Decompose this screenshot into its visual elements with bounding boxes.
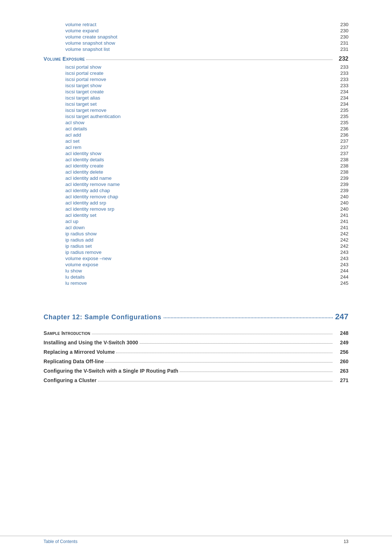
toc-page: 233 (338, 64, 348, 70)
list-item: acl identity delete 238 (65, 169, 348, 175)
toc-dots (116, 210, 336, 211)
toc-dots (98, 105, 336, 106)
list-item: iscsi target authentication 235 (65, 114, 348, 119)
toc-label: volume expose –new (65, 256, 111, 261)
subsection-dots (180, 372, 332, 372)
list-item: acl identity details 238 (65, 157, 348, 162)
toc-dots (103, 155, 336, 155)
toc-page: 244 (338, 268, 348, 274)
subsection-header: Configuring the V-Switch with a Single I… (44, 368, 348, 374)
toc-page: 237 (338, 151, 348, 156)
toc-page: 230 (338, 22, 348, 27)
toc-dots (105, 74, 336, 75)
toc-page: 233 (338, 83, 348, 88)
toc-label: acl rem (65, 145, 81, 150)
list-item: ip radius add 242 (65, 237, 348, 243)
toc-page: 231 (338, 46, 348, 52)
toc-dots (83, 149, 336, 149)
toc-dots (98, 235, 336, 235)
toc-dots (119, 38, 336, 39)
subsection-dots (140, 343, 333, 344)
toc-label: ip radius remove (65, 250, 102, 255)
toc-page: 241 (338, 219, 348, 224)
toc-dots (83, 136, 336, 137)
toc-page: 240 (338, 206, 348, 212)
toc-page: 241 (338, 225, 348, 230)
toc-dots (83, 272, 336, 272)
toc-label: volume snapshot list (65, 46, 110, 52)
toc-dots (86, 229, 336, 229)
list-item: ip radius show 242 (65, 231, 348, 236)
toc-page: 243 (338, 256, 348, 261)
list-item: acl set 237 (65, 138, 348, 144)
list-item: ip radius remove 243 (65, 250, 348, 255)
list-item: lu show 244 (65, 268, 348, 274)
toc-page: 234 (338, 89, 348, 94)
list-item: acl identity show 237 (65, 151, 348, 156)
list-item: acl identity remove name 239 (65, 182, 348, 187)
toc-dots (103, 87, 336, 87)
section-dots (86, 60, 332, 60)
chapter-label: Chapter 12: Sample Configurations (44, 313, 162, 321)
toc-label: acl add (65, 132, 81, 138)
toc-dots (98, 26, 336, 26)
toc-label: iscsi portal remove (65, 77, 106, 82)
toc-label: acl identity remove srp (65, 206, 114, 212)
toc-page: 239 (338, 182, 348, 187)
toc-dots (93, 247, 336, 248)
toc-label: volume expose (65, 262, 98, 267)
toc-label: volume retract (65, 22, 97, 27)
toc-page: 233 (338, 70, 348, 76)
toc-dots (122, 118, 336, 118)
toc-label: acl identity add srp (65, 200, 106, 206)
toc-page: 230 (338, 28, 348, 33)
toc-page: 238 (338, 157, 348, 162)
toc-label: acl identity details (65, 157, 104, 162)
subsection-title: Installing and Using the V-Switch 3000 (44, 340, 138, 345)
toc-label: iscsi target set (65, 101, 97, 107)
toc-page: 237 (338, 138, 348, 144)
toc-dots (105, 167, 336, 167)
toc-page: 239 (338, 188, 348, 193)
list-item: iscsi portal remove 233 (65, 77, 348, 82)
list-item: volume expose 243 (65, 262, 348, 267)
footer-page: 13 (344, 539, 348, 544)
toc-label: acl down (65, 225, 85, 230)
toc-label: iscsi target authentication (65, 114, 121, 119)
subsection-dots (116, 353, 332, 353)
toc-page: 233 (338, 77, 348, 82)
toc-page: 240 (338, 194, 348, 199)
list-item: lu details 244 (65, 274, 348, 280)
toc-label: volume expand (65, 28, 99, 33)
toc-page: 236 (338, 132, 348, 138)
toc-label: acl identity add name (65, 175, 112, 181)
list-item: acl identity add name 239 (65, 175, 348, 181)
toc-label: acl identity set (65, 212, 97, 218)
list-item: acl identity set 241 (65, 212, 348, 218)
list-item: volume snapshot show 231 (65, 40, 348, 46)
toc-page: 244 (338, 274, 348, 280)
list-item: acl identity remove chap 240 (65, 194, 348, 199)
subsection-title: Sample Introduction (44, 330, 90, 336)
subsection-title: Configuring the V-Switch with a Single I… (44, 368, 178, 374)
toc-dots (111, 192, 336, 192)
toc-page: 241 (338, 212, 348, 218)
toc-page: 231 (338, 40, 348, 46)
toc-label: acl identity add chap (65, 188, 110, 193)
toc-dots (98, 216, 336, 217)
subsection-dots (98, 381, 332, 381)
subsection-page: 256 (334, 349, 348, 355)
toc-dots (105, 173, 336, 174)
toc-dots (81, 142, 336, 143)
chapter12-subsections: Sample Introduction 248 Installing and U… (44, 330, 348, 383)
chapter-page: 247 (335, 312, 348, 321)
toc-label: ip radius set (65, 243, 92, 249)
toc-dots (80, 223, 336, 223)
list-item: volume retract 230 (65, 22, 348, 27)
toc-dots (86, 124, 336, 124)
list-item: acl identity create 238 (65, 163, 348, 169)
subsection-title: Replacing a Mirrored Volume (44, 349, 115, 355)
toc-label: lu remove (65, 280, 87, 286)
toc-page: 230 (338, 34, 348, 40)
toc-label: iscsi portal show (65, 64, 101, 70)
